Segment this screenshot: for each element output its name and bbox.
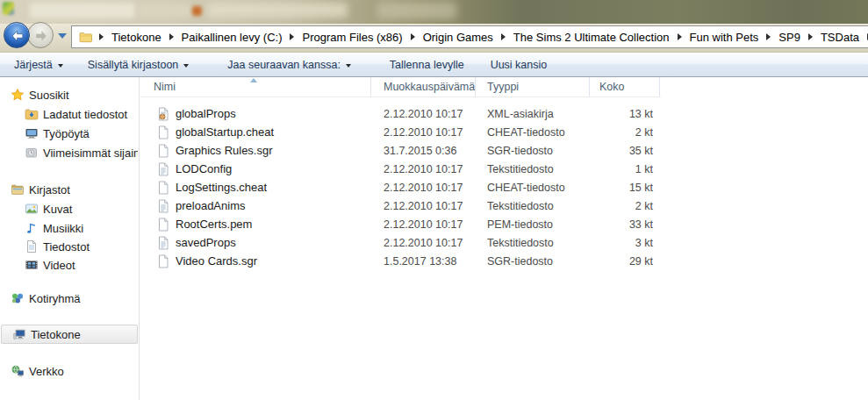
file-name: RootCerts.pem xyxy=(176,218,252,231)
breadcrumb-separator-icon xyxy=(808,33,813,40)
breadcrumb-separator-icon xyxy=(501,33,506,40)
forward-button[interactable] xyxy=(27,22,54,48)
sidebar-item-libraries[interactable]: Kirjastot xyxy=(0,181,138,198)
breadcrumb-separator-icon xyxy=(766,33,771,40)
file-row[interactable]: savedProps 2.12.2010 10:17 Tekstitiedost… xyxy=(139,233,661,252)
breadcrumb-item[interactable]: Tietokone xyxy=(110,31,163,44)
file-row[interactable]: LogSettings.cheat 2.12.2010 10:17 CHEAT-… xyxy=(139,178,661,196)
share-with-label: Jaa seuraavan kanssa: xyxy=(227,59,341,71)
xml-file-icon xyxy=(156,107,170,121)
star-icon xyxy=(11,88,25,102)
dropdown-arrow-icon xyxy=(346,64,351,68)
sidebar-item-recent-places[interactable]: Viimeisimmät sijainn xyxy=(0,144,138,161)
column-header-modified[interactable]: Muokkauspäivämä... xyxy=(371,77,476,96)
sidebar-item-network[interactable]: Verkko xyxy=(0,362,138,380)
blank-file-icon xyxy=(156,144,170,158)
file-modified-date: 2.12.2010 10:17 xyxy=(371,160,476,178)
new-folder-button[interactable]: Uusi kansio xyxy=(481,53,557,76)
computer-icon xyxy=(12,327,26,341)
dropdown-arrow-icon xyxy=(183,64,189,68)
column-header-size[interactable]: Koko xyxy=(590,77,660,96)
sidebar-label: Tietokone xyxy=(31,328,81,341)
sidebar-item-favorites[interactable]: Suosikit xyxy=(0,86,138,104)
recent-places-icon xyxy=(25,146,39,160)
blurred-orange-icon xyxy=(192,6,202,16)
explorer-window: Tietokone Paikallinen levy (C:) Program … xyxy=(0,0,868,400)
breadcrumb-item[interactable]: The Sims 2 Ultimate Collection xyxy=(512,31,671,44)
file-row[interactable]: LODConfig 2.12.2010 10:17 Tekstitiedosto… xyxy=(139,160,661,178)
breadcrumb-item[interactable]: Program Files (x86) xyxy=(300,31,404,44)
file-size: 2 kt xyxy=(590,123,660,141)
blurred-window-shape xyxy=(377,2,456,19)
file-name: Graphics Rules.sgr xyxy=(176,144,273,157)
file-modified-date: 1.5.2017 13:38 xyxy=(371,252,476,270)
organize-button[interactable]: Järjestä xyxy=(4,53,73,76)
column-header-type[interactable]: Tyyppi xyxy=(476,77,590,96)
file-size: 3 kt xyxy=(590,233,660,252)
sidebar-item-pictures[interactable]: Kuvat xyxy=(0,200,138,218)
sidebar-item-homegroup[interactable]: Kotiryhmä xyxy=(0,289,138,307)
text-file-icon xyxy=(156,236,170,250)
back-button[interactable] xyxy=(4,22,30,48)
include-in-library-button[interactable]: Sisällytä kirjastoon xyxy=(78,53,199,76)
libraries-icon xyxy=(11,182,25,196)
blank-file-icon xyxy=(156,181,170,195)
breadcrumb-separator-icon xyxy=(290,33,294,40)
breadcrumb-segment: SP9 xyxy=(777,31,819,44)
breadcrumb-segment: Paikallinen levy (C:) xyxy=(180,31,301,44)
breadcrumb-segment: Fun with Pets xyxy=(688,31,778,44)
breadcrumb-item[interactable]: TSData xyxy=(819,31,861,44)
file-row[interactable]: globalProps 2.12.2010 10:17 XML-asiakirj… xyxy=(139,104,661,123)
sidebar-label: Videot xyxy=(43,259,75,272)
sidebar-item-computer[interactable]: Tietokone xyxy=(1,325,138,344)
breadcrumb-segment: Tietokone xyxy=(110,31,180,44)
sidebar-item-desktop[interactable]: Työpöytä xyxy=(0,125,138,142)
breadcrumb-item[interactable]: Fun with Pets xyxy=(688,31,761,44)
sidebar-label: Ladatut tiedostot xyxy=(43,108,127,121)
documents-icon xyxy=(25,239,39,254)
blurred-window-shape xyxy=(139,4,191,18)
file-type: SGR-tiedosto xyxy=(476,141,590,160)
sidebar-item-documents[interactable]: Tiedostot xyxy=(0,238,138,255)
file-row[interactable]: globalStartup.cheat 2.12.2010 10:17 CHEA… xyxy=(139,123,661,141)
share-with-button[interactable]: Jaa seuraavan kanssa: xyxy=(218,53,361,76)
file-type: Tekstitiedosto xyxy=(476,233,590,252)
file-type: CHEAT-tiedosto xyxy=(476,123,590,141)
address-bar[interactable]: Tietokone Paikallinen levy (C:) Program … xyxy=(71,25,868,48)
desktop-background-blur xyxy=(0,0,868,25)
file-type: SGR-tiedosto xyxy=(476,252,590,270)
file-row[interactable]: Video Cards.sgr 1.5.2017 13:38 SGR-tiedo… xyxy=(139,252,661,270)
column-header-name[interactable]: Nimi xyxy=(139,77,371,96)
sidebar-item-videos[interactable]: Videot xyxy=(0,256,138,274)
sidebar-label: Kotiryhmä xyxy=(29,292,81,305)
blurred-window-shape xyxy=(207,3,348,18)
dropdown-arrow-icon xyxy=(58,64,63,68)
sidebar-label: Työpöytä xyxy=(43,127,90,140)
file-row[interactable]: Graphics Rules.sgr 31.7.2015 0:36 SGR-ti… xyxy=(139,141,661,160)
breadcrumb-item[interactable]: Origin Games xyxy=(421,31,495,44)
blank-file-icon xyxy=(156,125,170,139)
file-modified-date: 2.12.2010 10:17 xyxy=(371,215,476,233)
music-icon xyxy=(25,221,39,235)
column-header-label: Muokkauspäivämä... xyxy=(384,81,476,93)
navigation-bar: Tietokone Paikallinen levy (C:) Program … xyxy=(0,24,868,53)
sidebar-item-downloads[interactable]: Ladatut tiedostot xyxy=(0,105,138,123)
column-header-label: Nimi xyxy=(154,81,176,93)
sidebar-label: Viimeisimmät sijainn xyxy=(43,146,138,160)
breadcrumb-separator-icon xyxy=(411,33,415,40)
breadcrumb-separator-icon xyxy=(169,33,174,40)
breadcrumb-item[interactable]: SP9 xyxy=(777,31,802,44)
blank-file-icon xyxy=(156,218,170,232)
breadcrumb-item[interactable]: Paikallinen levy (C:) xyxy=(180,31,284,44)
blurred-taskbar-icon xyxy=(3,2,14,15)
file-modified-date: 2.12.2010 10:17 xyxy=(371,104,476,123)
file-name: savedProps xyxy=(176,236,236,249)
new-folder-label: Uusi kansio xyxy=(491,59,548,71)
file-row[interactable]: preloadAnims 2.12.2010 10:17 Tekstitiedo… xyxy=(139,196,661,215)
sidebar-item-music[interactable]: Musiikki xyxy=(0,219,138,237)
sidebar-label: Kuvat xyxy=(43,203,72,216)
burn-button[interactable]: Tallenna levylle xyxy=(380,53,474,76)
recent-pages-dropdown-icon[interactable] xyxy=(58,33,67,39)
file-row[interactable]: RootCerts.pem 2.12.2010 10:17 PEM-tiedos… xyxy=(139,215,661,233)
blank-file-icon xyxy=(156,254,170,268)
